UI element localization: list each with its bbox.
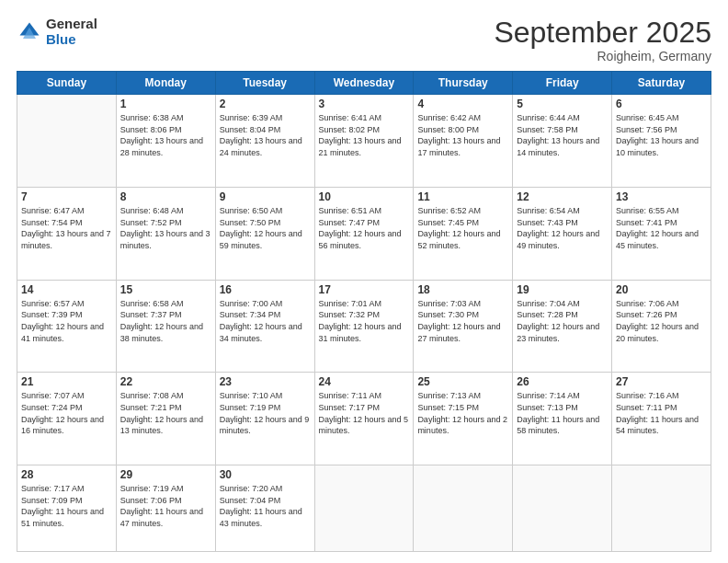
calendar-cell — [513, 465, 612, 552]
day-info: Sunrise: 7:00 AM Sunset: 7:34 PM Dayligh… — [220, 298, 311, 344]
day-number: 7 — [21, 190, 112, 203]
calendar-cell: 10Sunrise: 6:51 AM Sunset: 7:47 PM Dayli… — [314, 187, 414, 280]
day-info: Sunrise: 6:38 AM Sunset: 8:06 PM Dayligh… — [120, 112, 211, 158]
calendar-cell: 29Sunrise: 7:19 AM Sunset: 7:06 PM Dayli… — [116, 465, 215, 552]
title-month: September 2025 — [494, 17, 711, 49]
day-number: 9 — [220, 190, 311, 203]
calendar-table: SundayMondayTuesdayWednesdayThursdayFrid… — [17, 71, 711, 552]
day-info: Sunrise: 7:14 AM Sunset: 7:13 PM Dayligh… — [517, 390, 608, 436]
day-info: Sunrise: 7:19 AM Sunset: 7:06 PM Dayligh… — [120, 483, 211, 529]
logo-blue: Blue — [46, 32, 97, 48]
calendar-header-sunday: Sunday — [17, 72, 117, 95]
day-number: 1 — [120, 98, 211, 110]
calendar-cell: 1Sunrise: 6:38 AM Sunset: 8:06 PM Daylig… — [116, 95, 215, 188]
calendar-header-row: SundayMondayTuesdayWednesdayThursdayFrid… — [17, 72, 711, 95]
calendar-cell: 5Sunrise: 6:44 AM Sunset: 7:58 PM Daylig… — [513, 95, 612, 188]
calendar-header-wednesday: Wednesday — [314, 72, 414, 95]
calendar-cell: 3Sunrise: 6:41 AM Sunset: 8:02 PM Daylig… — [314, 95, 414, 188]
calendar-cell: 18Sunrise: 7:03 AM Sunset: 7:30 PM Dayli… — [414, 280, 513, 373]
calendar-week-3: 21Sunrise: 7:07 AM Sunset: 7:24 PM Dayli… — [17, 373, 711, 465]
day-info: Sunrise: 6:54 AM Sunset: 7:43 PM Dayligh… — [517, 205, 608, 251]
calendar-cell: 30Sunrise: 7:20 AM Sunset: 7:04 PM Dayli… — [215, 465, 314, 552]
calendar-cell: 25Sunrise: 7:13 AM Sunset: 7:15 PM Dayli… — [414, 373, 513, 465]
day-info: Sunrise: 6:58 AM Sunset: 7:37 PM Dayligh… — [120, 298, 211, 344]
day-number: 11 — [417, 190, 508, 203]
day-info: Sunrise: 7:03 AM Sunset: 7:30 PM Dayligh… — [417, 298, 508, 344]
calendar-week-4: 28Sunrise: 7:17 AM Sunset: 7:09 PM Dayli… — [17, 465, 711, 552]
day-info: Sunrise: 6:39 AM Sunset: 8:04 PM Dayligh… — [220, 112, 311, 158]
day-info: Sunrise: 7:20 AM Sunset: 7:04 PM Dayligh… — [220, 483, 311, 529]
day-number: 18 — [417, 283, 508, 296]
day-info: Sunrise: 6:51 AM Sunset: 7:47 PM Dayligh… — [319, 205, 410, 251]
logo-text: General Blue — [46, 17, 97, 47]
day-number: 15 — [120, 283, 211, 296]
calendar-header-tuesday: Tuesday — [215, 72, 314, 95]
day-number: 23 — [220, 375, 311, 388]
calendar-cell: 16Sunrise: 7:00 AM Sunset: 7:34 PM Dayli… — [215, 280, 314, 373]
page: General Blue September 2025 Roigheim, Ge… — [0, 0, 728, 563]
day-info: Sunrise: 6:48 AM Sunset: 7:52 PM Dayligh… — [120, 205, 211, 251]
calendar-cell: 7Sunrise: 6:47 AM Sunset: 7:54 PM Daylig… — [17, 187, 117, 280]
calendar-header-thursday: Thursday — [414, 72, 513, 95]
calendar-cell: 11Sunrise: 6:52 AM Sunset: 7:45 PM Dayli… — [414, 187, 513, 280]
calendar-cell: 28Sunrise: 7:17 AM Sunset: 7:09 PM Dayli… — [17, 465, 117, 552]
calendar-cell: 20Sunrise: 7:06 AM Sunset: 7:26 PM Dayli… — [612, 280, 711, 373]
day-number: 6 — [616, 98, 707, 110]
header: General Blue September 2025 Roigheim, Ge… — [17, 17, 711, 63]
day-number: 10 — [319, 190, 410, 203]
day-info: Sunrise: 7:04 AM Sunset: 7:28 PM Dayligh… — [517, 298, 608, 344]
calendar-header-friday: Friday — [513, 72, 612, 95]
day-number: 28 — [21, 468, 112, 481]
calendar-week-0: 1Sunrise: 6:38 AM Sunset: 8:06 PM Daylig… — [17, 95, 711, 188]
day-info: Sunrise: 6:50 AM Sunset: 7:50 PM Dayligh… — [220, 205, 311, 251]
calendar-cell: 2Sunrise: 6:39 AM Sunset: 8:04 PM Daylig… — [215, 95, 314, 188]
calendar-cell: 9Sunrise: 6:50 AM Sunset: 7:50 PM Daylig… — [215, 187, 314, 280]
day-number: 22 — [120, 375, 211, 388]
calendar-header-monday: Monday — [116, 72, 215, 95]
logo-general: General — [46, 17, 97, 32]
calendar-cell: 8Sunrise: 6:48 AM Sunset: 7:52 PM Daylig… — [116, 187, 215, 280]
calendar-cell: 21Sunrise: 7:07 AM Sunset: 7:24 PM Dayli… — [17, 373, 117, 465]
title-block: September 2025 Roigheim, Germany — [494, 17, 711, 63]
calendar-cell: 26Sunrise: 7:14 AM Sunset: 7:13 PM Dayli… — [513, 373, 612, 465]
logo: General Blue — [17, 17, 97, 47]
day-info: Sunrise: 7:11 AM Sunset: 7:17 PM Dayligh… — [319, 390, 410, 436]
day-info: Sunrise: 6:55 AM Sunset: 7:41 PM Dayligh… — [616, 205, 707, 251]
day-info: Sunrise: 7:06 AM Sunset: 7:26 PM Dayligh… — [616, 298, 707, 344]
day-number: 21 — [21, 375, 112, 388]
day-number: 17 — [319, 283, 410, 296]
day-info: Sunrise: 7:07 AM Sunset: 7:24 PM Dayligh… — [21, 390, 112, 436]
title-location: Roigheim, Germany — [494, 49, 711, 63]
calendar-cell: 4Sunrise: 6:42 AM Sunset: 8:00 PM Daylig… — [414, 95, 513, 188]
calendar-cell — [314, 465, 414, 552]
day-number: 27 — [616, 375, 707, 388]
day-number: 16 — [220, 283, 311, 296]
calendar-cell: 27Sunrise: 7:16 AM Sunset: 7:11 PM Dayli… — [612, 373, 711, 465]
calendar-cell: 17Sunrise: 7:01 AM Sunset: 7:32 PM Dayli… — [314, 280, 414, 373]
day-number: 3 — [319, 98, 410, 110]
day-info: Sunrise: 7:17 AM Sunset: 7:09 PM Dayligh… — [21, 483, 112, 529]
day-info: Sunrise: 7:10 AM Sunset: 7:19 PM Dayligh… — [220, 390, 311, 436]
day-info: Sunrise: 7:01 AM Sunset: 7:32 PM Dayligh… — [319, 298, 410, 344]
day-info: Sunrise: 6:57 AM Sunset: 7:39 PM Dayligh… — [21, 298, 112, 344]
logo-icon — [17, 19, 42, 45]
day-number: 5 — [517, 98, 608, 110]
calendar-cell: 22Sunrise: 7:08 AM Sunset: 7:21 PM Dayli… — [116, 373, 215, 465]
day-info: Sunrise: 6:41 AM Sunset: 8:02 PM Dayligh… — [319, 112, 410, 158]
calendar-week-2: 14Sunrise: 6:57 AM Sunset: 7:39 PM Dayli… — [17, 280, 711, 373]
day-number: 26 — [517, 375, 608, 388]
day-number: 25 — [417, 375, 508, 388]
day-info: Sunrise: 6:42 AM Sunset: 8:00 PM Dayligh… — [417, 112, 508, 158]
calendar-cell: 23Sunrise: 7:10 AM Sunset: 7:19 PM Dayli… — [215, 373, 314, 465]
calendar-cell — [17, 95, 117, 188]
calendar-cell: 15Sunrise: 6:58 AM Sunset: 7:37 PM Dayli… — [116, 280, 215, 373]
day-info: Sunrise: 6:52 AM Sunset: 7:45 PM Dayligh… — [417, 205, 508, 251]
calendar-cell: 14Sunrise: 6:57 AM Sunset: 7:39 PM Dayli… — [17, 280, 117, 373]
day-info: Sunrise: 6:44 AM Sunset: 7:58 PM Dayligh… — [517, 112, 608, 158]
calendar-cell: 19Sunrise: 7:04 AM Sunset: 7:28 PM Dayli… — [513, 280, 612, 373]
calendar-cell: 6Sunrise: 6:45 AM Sunset: 7:56 PM Daylig… — [612, 95, 711, 188]
day-info: Sunrise: 7:16 AM Sunset: 7:11 PM Dayligh… — [616, 390, 707, 436]
day-number: 24 — [319, 375, 410, 388]
day-info: Sunrise: 6:47 AM Sunset: 7:54 PM Dayligh… — [21, 205, 112, 251]
calendar-cell: 13Sunrise: 6:55 AM Sunset: 7:41 PM Dayli… — [612, 187, 711, 280]
